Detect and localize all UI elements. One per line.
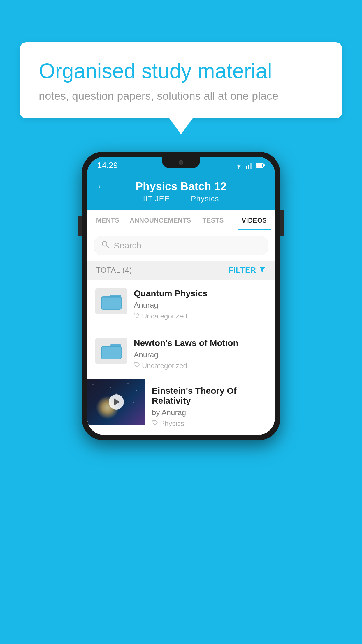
svg-point-23 bbox=[154, 421, 155, 422]
header-title: Physics Batch 12 bbox=[136, 180, 227, 193]
search-container: Search bbox=[87, 230, 275, 261]
svg-point-22 bbox=[133, 402, 134, 402]
svg-rect-5 bbox=[263, 164, 265, 166]
speech-bubble-subtitle: notes, question papers, solutions all at… bbox=[39, 90, 323, 102]
phone-outer: 14:29 bbox=[82, 152, 280, 440]
tag-icon bbox=[152, 419, 158, 428]
speech-bubble-title: Organised study material bbox=[39, 58, 323, 83]
play-triangle-icon bbox=[114, 398, 120, 405]
svg-rect-2 bbox=[248, 165, 249, 169]
tab-announcements[interactable]: ANNOUNCEMENTS bbox=[128, 210, 193, 230]
svg-point-16 bbox=[93, 384, 94, 385]
tag-icon bbox=[134, 312, 140, 320]
status-bar: 14:29 bbox=[87, 157, 275, 174]
video-list: Quantum Physics Anurag Uncategorized bbox=[87, 280, 275, 435]
newton-info: Newton's Laws of Motion Anurag Uncategor… bbox=[134, 338, 267, 370]
quantum-title: Quantum Physics bbox=[134, 288, 267, 298]
svg-point-20 bbox=[136, 390, 137, 391]
svg-rect-1 bbox=[246, 166, 247, 169]
back-button[interactable]: ← bbox=[96, 180, 107, 193]
tab-ments[interactable]: MENTS bbox=[87, 210, 128, 230]
filter-button[interactable]: FILTER bbox=[229, 265, 266, 275]
tab-tests[interactable]: TESTS bbox=[193, 210, 234, 230]
phone-inner: 14:29 bbox=[87, 157, 275, 435]
svg-rect-10 bbox=[101, 297, 121, 309]
tabs: MENTS ANNOUNCEMENTS TESTS VIDEOS bbox=[87, 210, 275, 230]
status-icons bbox=[234, 162, 265, 169]
search-icon bbox=[101, 240, 110, 251]
search-input-placeholder: Search bbox=[114, 241, 141, 251]
subtitle-iitjee: IIT JEE bbox=[143, 194, 170, 203]
search-bar[interactable]: Search bbox=[94, 236, 268, 256]
folder-icon bbox=[101, 293, 122, 310]
svg-marker-9 bbox=[259, 267, 266, 272]
svg-point-12 bbox=[136, 314, 137, 315]
subtitle-physics: Physics bbox=[191, 194, 219, 203]
svg-point-18 bbox=[110, 387, 111, 388]
svg-point-21 bbox=[116, 393, 117, 394]
wifi-icon bbox=[234, 162, 243, 169]
newton-title: Newton's Laws of Motion bbox=[134, 338, 267, 348]
battery-icon bbox=[256, 163, 265, 168]
svg-point-17 bbox=[101, 382, 102, 382]
einstein-info: Einstein's Theory Of Relativity by Anura… bbox=[145, 379, 275, 435]
svg-point-19 bbox=[128, 383, 129, 384]
svg-point-0 bbox=[238, 167, 239, 169]
list-item[interactable]: Quantum Physics Anurag Uncategorized bbox=[87, 280, 275, 329]
einstein-author: by Anurag bbox=[152, 408, 268, 417]
list-item[interactable]: Einstein's Theory Of Relativity by Anura… bbox=[87, 379, 275, 435]
quantum-tag: Uncategorized bbox=[134, 312, 267, 320]
quantum-thumbnail bbox=[95, 288, 127, 314]
svg-rect-3 bbox=[250, 163, 252, 169]
list-item[interactable]: Newton's Laws of Motion Anurag Uncategor… bbox=[87, 329, 275, 379]
quantum-author: Anurag bbox=[134, 301, 267, 310]
quantum-info: Quantum Physics Anurag Uncategorized bbox=[134, 288, 267, 320]
status-time: 14:29 bbox=[97, 161, 118, 170]
einstein-tag: Physics bbox=[152, 419, 268, 428]
total-count: TOTAL (4) bbox=[96, 266, 132, 275]
svg-line-8 bbox=[106, 246, 109, 248]
filter-label: FILTER bbox=[229, 266, 256, 275]
folder-icon bbox=[101, 342, 122, 360]
einstein-title: Einstein's Theory Of Relativity bbox=[152, 386, 268, 406]
svg-rect-6 bbox=[256, 164, 262, 167]
speech-bubble: Organised study material notes, question… bbox=[20, 42, 342, 118]
filter-bar: TOTAL (4) FILTER bbox=[87, 261, 275, 280]
play-button[interactable] bbox=[109, 394, 124, 410]
subtitle-separator bbox=[179, 194, 184, 203]
filter-icon bbox=[259, 265, 266, 275]
signal-icon bbox=[246, 162, 253, 169]
speech-bubble-container: Organised study material notes, question… bbox=[20, 42, 342, 134]
app-header-top: ← Physics Batch 12 bbox=[96, 180, 266, 193]
newton-tag: Uncategorized bbox=[134, 362, 267, 370]
notch bbox=[162, 157, 200, 168]
phone-container: 14:29 bbox=[82, 152, 280, 440]
svg-point-15 bbox=[136, 364, 137, 365]
einstein-thumbnail bbox=[87, 379, 145, 425]
svg-rect-13 bbox=[101, 346, 121, 359]
newton-thumbnail bbox=[95, 338, 127, 364]
tag-icon bbox=[134, 362, 140, 370]
header-subtitle: IIT JEE Physics bbox=[139, 194, 222, 203]
notch-camera bbox=[179, 160, 183, 165]
app-header: ← Physics Batch 12 IIT JEE Physics bbox=[87, 174, 275, 210]
speech-bubble-arrow bbox=[169, 118, 193, 134]
newton-author: Anurag bbox=[134, 350, 267, 359]
tab-videos[interactable]: VIDEOS bbox=[234, 210, 275, 230]
